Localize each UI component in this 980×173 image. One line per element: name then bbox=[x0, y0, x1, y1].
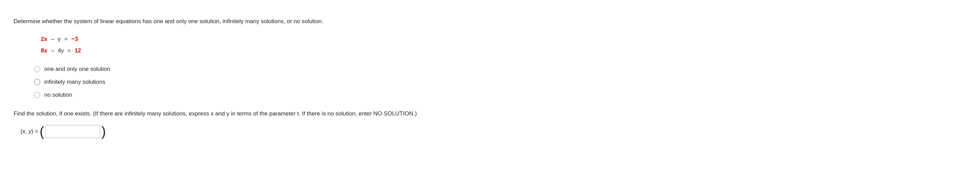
eq1-equals: = bbox=[63, 34, 69, 45]
eq1-minus: – bbox=[49, 34, 56, 45]
eq2-minus: – bbox=[49, 46, 56, 56]
radio-infinitely-many[interactable] bbox=[34, 79, 40, 85]
xy-label: (x, y) = bbox=[21, 128, 38, 135]
option-one-solution-label: one and only one solution bbox=[44, 66, 110, 72]
equations-block: 2x – y = −3 8x – 4y = 12 bbox=[41, 34, 490, 56]
option-one-solution[interactable]: one and only one solution bbox=[34, 66, 490, 72]
problem-container: Determine whether the system of linear e… bbox=[14, 10, 490, 145]
option-no-solution-label: no solution bbox=[44, 91, 72, 98]
find-solution-text: Find the solution, if one exists. (If th… bbox=[14, 109, 490, 118]
equation-2: 8x – 4y = 12 bbox=[41, 46, 490, 56]
question-text: Determine whether the system of linear e… bbox=[14, 17, 490, 26]
solution-input[interactable] bbox=[46, 125, 100, 138]
option-infinitely-many-label: infinitely many solutions bbox=[44, 78, 105, 85]
equation-1: 2x – y = −3 bbox=[41, 34, 490, 45]
options-block: one and only one solution infinitely man… bbox=[34, 66, 490, 98]
paren-close: ) bbox=[102, 125, 106, 138]
paren-open: ( bbox=[40, 125, 44, 138]
eq1-rhs: −3 bbox=[72, 34, 78, 45]
eq1-term1: 2x bbox=[41, 34, 47, 45]
eq2-equals: = bbox=[66, 46, 73, 56]
eq2-term2: 4y bbox=[58, 46, 64, 56]
eq2-term1: 8x bbox=[41, 46, 47, 56]
eq1-term2: y bbox=[58, 34, 61, 45]
eq2-rhs: 12 bbox=[75, 46, 81, 56]
radio-no-solution[interactable] bbox=[34, 92, 40, 98]
option-infinitely-many[interactable]: infinitely many solutions bbox=[34, 78, 490, 85]
solution-input-row: (x, y) = ( ) bbox=[21, 125, 490, 138]
option-no-solution[interactable]: no solution bbox=[34, 91, 490, 98]
radio-one-solution[interactable] bbox=[34, 66, 40, 72]
